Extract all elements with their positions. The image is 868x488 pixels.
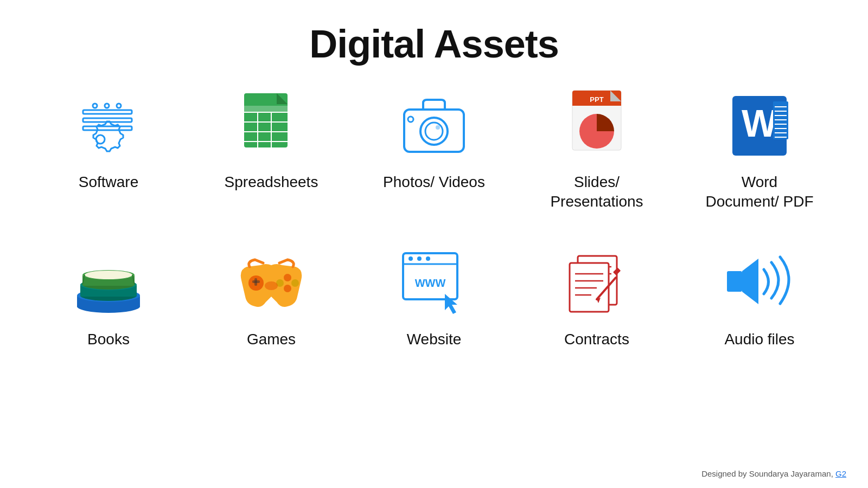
books-icon bbox=[71, 245, 146, 321]
page-title: Digital Assets bbox=[309, 22, 558, 66]
svg-text:WWW: WWW bbox=[415, 277, 446, 289]
item-website: WWW Website bbox=[369, 245, 499, 397]
item-software: Software bbox=[43, 88, 174, 240]
svg-point-1 bbox=[105, 104, 109, 108]
item-photos-videos: Photos/ Videos bbox=[369, 88, 499, 240]
svg-text:W: W bbox=[742, 102, 777, 145]
item-games: Games bbox=[206, 245, 336, 397]
svg-point-2 bbox=[117, 104, 121, 108]
website-label: Website bbox=[407, 330, 462, 349]
svg-rect-3 bbox=[83, 110, 132, 114]
svg-point-51 bbox=[291, 279, 299, 287]
svg-marker-63 bbox=[445, 294, 457, 314]
website-icon: WWW bbox=[396, 245, 472, 321]
svg-rect-75 bbox=[613, 268, 621, 275]
audio-label: Audio files bbox=[724, 330, 794, 349]
word-doc-icon: W bbox=[722, 88, 797, 164]
photos-videos-icon bbox=[396, 88, 472, 164]
assets-grid: Software Spreadsheets bbox=[43, 88, 825, 397]
item-spreadsheets: Spreadsheets bbox=[206, 88, 336, 240]
books-label: Books bbox=[87, 330, 130, 349]
svg-marker-77 bbox=[742, 259, 758, 304]
item-word-doc: W WordDocument/ PDF bbox=[694, 88, 825, 240]
svg-point-54 bbox=[265, 281, 278, 290]
svg-point-50 bbox=[284, 274, 291, 281]
games-label: Games bbox=[247, 330, 296, 349]
item-contracts: Contracts bbox=[532, 245, 662, 397]
svg-point-0 bbox=[93, 104, 97, 108]
svg-point-52 bbox=[284, 285, 291, 292]
software-label: Software bbox=[79, 172, 139, 192]
svg-rect-14 bbox=[244, 106, 288, 112]
footer: Designed by Soundarya Jayaraman, G2 bbox=[701, 469, 846, 478]
footer-link[interactable]: G2 bbox=[835, 469, 846, 478]
item-slides: PPT Slides/Presentations bbox=[532, 88, 662, 240]
svg-point-46 bbox=[85, 271, 132, 279]
svg-point-59 bbox=[409, 256, 413, 261]
word-doc-label: WordDocument/ PDF bbox=[705, 172, 813, 212]
photos-videos-label: Photos/ Videos bbox=[383, 172, 485, 192]
spreadsheets-label: Spreadsheets bbox=[225, 172, 318, 192]
svg-text:PPT: PPT bbox=[590, 95, 603, 104]
svg-point-17 bbox=[425, 123, 443, 140]
contracts-icon bbox=[559, 245, 635, 321]
contracts-label: Contracts bbox=[564, 330, 629, 349]
svg-rect-5 bbox=[83, 126, 132, 130]
svg-point-60 bbox=[417, 256, 422, 261]
slides-icon: PPT bbox=[559, 88, 635, 164]
item-audio: Audio files bbox=[694, 245, 825, 397]
svg-point-19 bbox=[436, 125, 440, 130]
software-icon bbox=[71, 88, 146, 164]
slides-label: Slides/Presentations bbox=[550, 172, 643, 212]
svg-rect-56 bbox=[254, 278, 257, 286]
svg-point-18 bbox=[408, 117, 413, 122]
svg-point-61 bbox=[426, 256, 430, 261]
item-books: Books bbox=[43, 245, 174, 397]
svg-rect-76 bbox=[727, 271, 742, 292]
audio-icon bbox=[722, 245, 797, 321]
spreadsheets-icon bbox=[233, 88, 309, 164]
games-icon bbox=[233, 245, 309, 321]
footer-text: Designed by Soundarya Jayaraman, bbox=[701, 469, 833, 478]
